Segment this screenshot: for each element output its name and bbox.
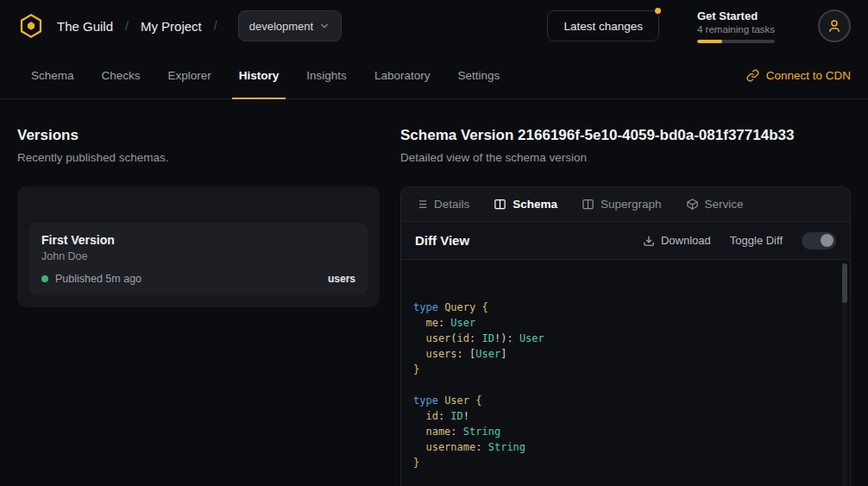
get-started-progress — [697, 40, 775, 43]
nav-tab-settings[interactable]: Settings — [443, 52, 513, 98]
version-author: John Doe — [41, 250, 355, 262]
version-detail-subtitle: Detailed view of the schema version — [400, 151, 851, 164]
code-line: type User { — [413, 393, 833, 408]
download-label: Download — [661, 234, 711, 247]
nav-tab-laboratory[interactable]: Laboratory — [361, 52, 444, 98]
schema-icon — [494, 198, 506, 211]
notification-dot — [655, 8, 661, 14]
breadcrumb-separator: / — [125, 19, 129, 33]
get-started-title: Get Started — [697, 9, 780, 22]
list-icon — [415, 198, 428, 211]
main-nav: SchemaChecksExplorerHistoryInsightsLabor… — [0, 52, 868, 99]
get-started-widget[interactable]: Get Started 4 remaining tasks — [697, 9, 780, 43]
code-line — [413, 377, 833, 393]
code-line: me: User — [413, 315, 833, 331]
code-line: users: [User] — [413, 346, 833, 362]
version-name: First Version — [41, 233, 355, 247]
code-line: } — [413, 362, 833, 377]
code-line: user(id: ID!): User — [413, 331, 833, 346]
latest-changes-button[interactable]: Latest changes — [547, 10, 659, 41]
scrollbar-thumb[interactable] — [842, 263, 847, 303]
detail-tab-schema[interactable]: Schema — [494, 198, 557, 211]
breadcrumb-project[interactable]: My Project — [141, 19, 202, 34]
versions-section: Versions Recently published schemas. Fir… — [17, 127, 380, 486]
nav-tab-explorer[interactable]: Explorer — [154, 52, 225, 98]
connect-to-cdn-link[interactable]: Connect to CDN — [746, 52, 851, 98]
versions-title: Versions — [17, 127, 380, 144]
nav-tab-schema[interactable]: Schema — [17, 52, 88, 98]
code-line: name: String — [413, 424, 833, 439]
diff-view-header: Diff View Download Toggle Diff — [401, 222, 850, 260]
version-list-item[interactable]: First VersionJohn DoePublished 5m agouse… — [29, 223, 368, 295]
nav-tabs: SchemaChecksExplorerHistoryInsightsLabor… — [17, 52, 513, 98]
download-button[interactable]: Download — [643, 234, 711, 247]
schema-code-view[interactable]: type Query { me: User user(id: ID!): Use… — [401, 260, 850, 486]
service-icon — [686, 198, 699, 211]
code-line: } — [413, 455, 833, 470]
diff-view-title: Diff View — [415, 233, 469, 248]
detail-tab-details[interactable]: Details — [415, 198, 469, 211]
nav-tab-checks[interactable]: Checks — [88, 52, 154, 98]
versions-list: First VersionJohn DoePublished 5m agouse… — [29, 223, 368, 295]
chevron-down-icon — [318, 20, 330, 32]
environment-selector[interactable]: development — [238, 10, 342, 41]
breadcrumb-separator: / — [214, 19, 217, 33]
supergraph-icon — [582, 198, 594, 211]
breadcrumb-org[interactable]: The Guild — [57, 19, 113, 34]
latest-changes-label: Latest changes — [563, 20, 643, 33]
versions-card: First VersionJohn DoePublished 5m agouse… — [17, 186, 380, 307]
code-lines: type Query { me: User user(id: ID!): Use… — [413, 300, 833, 470]
version-detail-section: Schema Version 2166196f-5e10-4059-bd0a-0… — [400, 127, 851, 486]
version-status: Published 5m ago — [55, 273, 142, 285]
version-detail-title: Schema Version 2166196f-5e10-4059-bd0a-0… — [400, 127, 851, 144]
versions-subtitle: Recently published schemas. — [17, 151, 380, 164]
get-started-subtitle: 4 remaining tasks — [697, 24, 780, 35]
nav-tab-history[interactable]: History — [225, 52, 293, 98]
detail-tabs: DetailsSchemaSupergraphService — [401, 187, 850, 222]
nav-tab-insights[interactable]: Insights — [292, 52, 361, 98]
user-icon — [827, 18, 842, 34]
link-icon — [746, 69, 759, 82]
avatar[interactable] — [818, 9, 851, 42]
connect-to-cdn-label: Connect to CDN — [766, 69, 851, 82]
top-header: The Guild / My Project / development Lat… — [0, 0, 868, 52]
get-started-progress-fill — [697, 40, 722, 43]
version-service-badge: users — [328, 273, 355, 285]
toggle-diff-label: Toggle Diff — [730, 234, 783, 247]
toggle-diff-knob — [821, 234, 833, 247]
detail-tab-service[interactable]: Service — [686, 198, 744, 211]
version-detail-panel: DetailsSchemaSupergraphService Diff View… — [400, 186, 851, 486]
main-content: Versions Recently published schemas. Fir… — [0, 99, 868, 486]
download-icon — [643, 235, 655, 247]
hive-logo-icon[interactable] — [17, 12, 45, 40]
code-line: username: String — [413, 439, 833, 455]
environment-selector-value: development — [249, 20, 313, 33]
toggle-diff-switch[interactable] — [802, 232, 836, 249]
detail-tab-supergraph[interactable]: Supergraph — [582, 198, 662, 211]
code-line: type Query { — [413, 300, 833, 315]
published-status-dot — [41, 275, 48, 282]
code-scrollbar — [842, 263, 847, 486]
code-line: id: ID! — [413, 408, 833, 424]
